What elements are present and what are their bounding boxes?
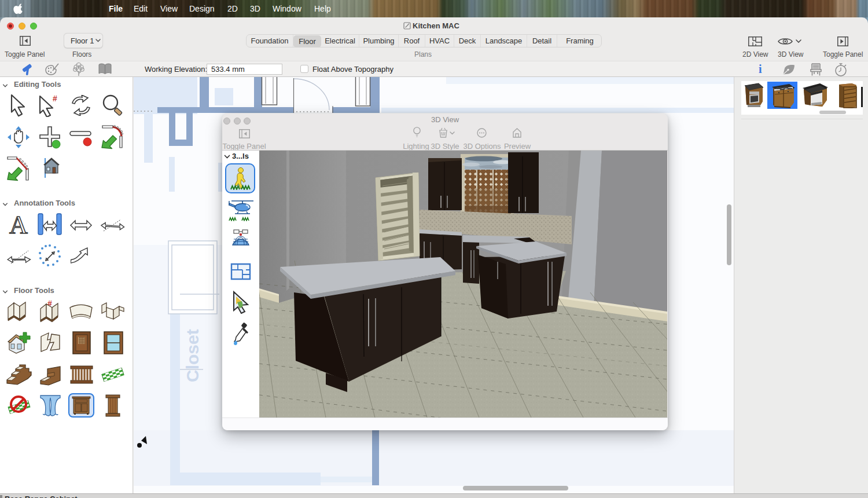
svg-text:A: A <box>9 213 28 236</box>
svg-text:Closet: Closet <box>183 329 202 382</box>
svg-text:#: # <box>53 94 57 103</box>
